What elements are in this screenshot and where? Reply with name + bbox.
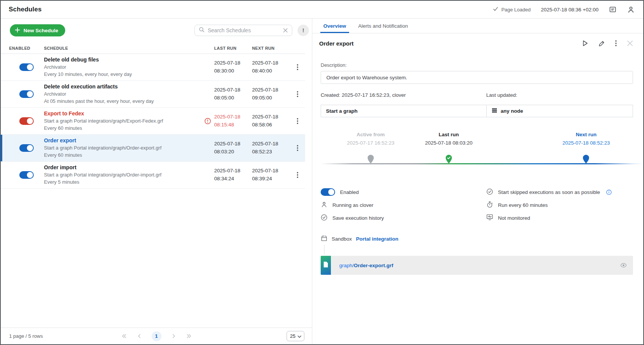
alerts-indicator-button[interactable]: ! — [298, 25, 309, 36]
schedule-title: Order export — [44, 137, 204, 143]
tab-alerts-and-notification[interactable]: Alerts and Notification — [353, 19, 413, 33]
pagination-bar: 1 page / 5 rows 1 25 — [1, 328, 312, 344]
enabled-toggle[interactable] — [19, 90, 34, 98]
schedule-title: Order import — [44, 164, 204, 170]
graph-file-tile — [321, 256, 331, 275]
first-page-icon[interactable] — [121, 333, 127, 339]
check-icon — [493, 6, 498, 13]
document-icon — [323, 262, 328, 269]
schedule-title: Delete old debug files — [44, 57, 204, 63]
row-menu-kebab-icon[interactable] — [290, 91, 305, 97]
row-menu-kebab-icon[interactable] — [290, 172, 305, 178]
new-schedule-button[interactable]: New Schedule — [10, 24, 65, 36]
setting-save-history: Save execution history — [321, 211, 486, 224]
schedule-title: Export to Fedex — [44, 110, 204, 117]
row-menu-kebab-icon[interactable] — [290, 64, 305, 70]
next-run-cell: 2025-07-1808:40:00 — [252, 59, 290, 75]
detail-title: Order export — [319, 40, 354, 47]
edit-icon[interactable] — [599, 40, 605, 47]
start-config-box: Start a graph any node — [321, 105, 633, 117]
schedule-detail: Start a graph Portal integration/graph/O… — [44, 172, 204, 178]
timeline-next-run: Next run 2025-07-18 08:52:23 — [563, 132, 610, 146]
next-pin-icon — [583, 154, 590, 164]
table-row[interactable]: Delete old execution artifacts Archivato… — [1, 81, 305, 108]
schedule-detail: Archivator — [44, 64, 204, 71]
page-size-select[interactable]: 25 — [287, 331, 304, 341]
feedback-icon[interactable] — [609, 6, 617, 14]
created-text: Created: 2025-07-17 16:52:23, clover — [321, 92, 486, 98]
close-icon[interactable] — [627, 40, 633, 46]
enabled-toggle[interactable] — [19, 144, 34, 152]
schedule-recurrence: Every 60 minutes — [44, 152, 204, 159]
user-icon — [321, 201, 327, 209]
view-file-eye-icon[interactable] — [620, 263, 627, 268]
schedule-detail: Start a graph Portal integration/graph/O… — [44, 145, 204, 151]
top-header: Schedules Page Loaded 2025-07-18 08:36 +… — [1, 1, 643, 19]
last-run-cell: 2025-07-1808:05:00 — [214, 86, 252, 102]
last-page-icon[interactable] — [186, 333, 192, 339]
tab-overview[interactable]: Overview — [318, 19, 351, 33]
search-input[interactable] — [208, 27, 280, 33]
column-next-run: NEXT RUN — [252, 46, 290, 50]
check-circle-icon — [321, 214, 327, 222]
schedules-list-panel: New Schedule ! ENABLED SCHEDULE LAST RUN… — [1, 19, 312, 344]
setting-enabled: Enabled — [321, 186, 486, 198]
setting-skipped-executions: Start skipped executions as soon as poss… — [486, 186, 633, 198]
enabled-toggle[interactable] — [19, 117, 34, 125]
last-run-cell: 2025-07-1808:34:24 — [214, 167, 252, 183]
table-header: ENABLED SCHEDULE LAST RUN NEXT RUN — [1, 43, 305, 54]
success-pin-icon — [445, 154, 452, 164]
schedule-title: Delete old execution artifacts — [44, 83, 204, 90]
table-row[interactable]: Order export Start a graph Portal integr… — [1, 135, 305, 162]
page-size-value: 25 — [290, 333, 295, 339]
last-updated-label: Last updated: — [486, 92, 633, 98]
next-page-icon[interactable] — [171, 333, 177, 339]
enabled-toggle[interactable] — [19, 63, 34, 71]
clear-search-icon[interactable] — [283, 28, 288, 33]
next-run-cell: 2025-07-1809:05:00 — [252, 86, 290, 102]
table-row[interactable]: Order import Start a graph Portal integr… — [1, 162, 305, 189]
more-actions-kebab-icon[interactable] — [615, 40, 617, 46]
chevron-down-icon — [298, 333, 301, 339]
last-run-cell: 2025-07-1808:03:20 — [214, 140, 252, 156]
page-status: Page Loaded — [493, 6, 531, 13]
row-menu-kebab-icon[interactable] — [290, 145, 305, 151]
next-run-cell: 2025-07-1808:39:24 — [252, 167, 290, 183]
info-icon[interactable] — [606, 189, 612, 195]
enabled-toggle[interactable] — [321, 188, 335, 196]
row-menu-kebab-icon[interactable] — [290, 118, 305, 124]
schedule-recurrence: Every 10 minutes, every hour, every day — [44, 71, 204, 78]
error-alert-icon — [204, 118, 214, 124]
sandbox-link[interactable]: Portal integration — [356, 236, 398, 242]
past-pin-icon — [367, 154, 374, 164]
new-schedule-label: New Schedule — [24, 28, 58, 33]
enabled-toggle[interactable] — [19, 171, 34, 179]
last-run-cell: 2025-07-1808:30:00 — [214, 59, 252, 75]
table-row[interactable]: Delete old debug files Archivator Every … — [1, 54, 305, 81]
server-time: 2025-07-18 08:36 +02:00 — [541, 7, 599, 13]
schedule-recurrence: Every 5 minutes — [44, 179, 204, 186]
tree-connector-line — [324, 245, 324, 254]
next-run-cell: 2025-07-1808:52:23 — [252, 140, 290, 156]
graph-file-row[interactable]: graph/Order-export.grf — [321, 256, 633, 275]
sandbox-label: Sandbox — [332, 236, 352, 242]
page-title: Schedules — [9, 6, 42, 13]
user-avatar-icon[interactable] — [627, 6, 635, 14]
detail-header: Order export — [312, 33, 643, 53]
timeline-last-run: Last run 2025-07-18 08:03:20 — [425, 132, 472, 146]
setting-running-as: Running as clover — [321, 198, 486, 211]
previous-page-icon[interactable] — [136, 333, 142, 339]
current-page-button[interactable]: 1 — [152, 331, 161, 341]
page-status-label: Page Loaded — [501, 7, 531, 13]
setting-run-every: Run every 60 minutes — [486, 198, 633, 211]
table-row[interactable]: Export to Fedex Start a graph Portal int… — [1, 108, 305, 135]
schedules-toolbar: New Schedule ! — [1, 19, 312, 39]
node-cell: any node — [486, 105, 633, 117]
schedule-recurrence: Every 60 minutes — [44, 125, 204, 132]
description-label: Description: — [321, 62, 633, 68]
schedule-detail-panel: Overview Alerts and Notification Order e… — [312, 19, 643, 344]
description-value: Order export to Warehouse system. — [321, 71, 633, 84]
run-now-icon[interactable] — [582, 40, 588, 47]
column-last-run: LAST RUN — [214, 46, 252, 50]
search-icon — [199, 27, 205, 34]
